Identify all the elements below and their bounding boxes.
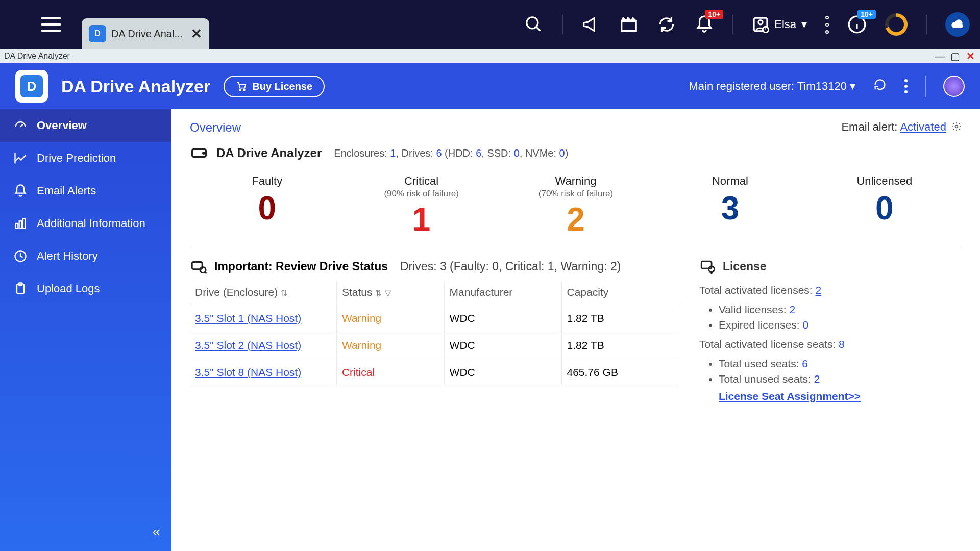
megaphone-icon[interactable]	[581, 15, 601, 34]
stat-card-normal[interactable]: Normal 3	[653, 174, 807, 236]
filter-icon[interactable]: ▽	[385, 289, 391, 297]
chart-line-icon	[13, 151, 28, 165]
stat-card-critical[interactable]: Critical (90% risk of failure) 1	[344, 174, 498, 236]
breadcrumb: Overview	[190, 120, 241, 135]
bar-chart-icon	[13, 216, 28, 231]
enclosure-summary: Enclosures: 1, Drives: 6 (HDD: 6, SSD: 0…	[334, 147, 568, 159]
col-manufacturer[interactable]: Manufacturer	[444, 280, 561, 305]
system-bar: D DA Drive Anal... ✕ 10+ Elsa▾ 10+	[0, 0, 980, 49]
menu-icon[interactable]	[41, 17, 61, 32]
stat-card-faulty[interactable]: Faulty 0	[190, 174, 344, 236]
stat-label: Critical	[344, 174, 498, 188]
svg-point-0	[527, 17, 538, 29]
stat-label: Unlicensed	[807, 174, 962, 188]
refresh-icon[interactable]	[873, 78, 887, 95]
avatar[interactable]	[943, 76, 965, 97]
close-button[interactable]: ✕	[965, 50, 976, 62]
buy-license-button[interactable]: Buy License	[224, 76, 325, 97]
svg-rect-12	[19, 221, 22, 228]
app-tab-title: DA Drive Anal...	[111, 28, 183, 40]
license-block: Total activated licenses: 2 Valid licens…	[699, 284, 962, 403]
cloud-icon[interactable]	[945, 12, 970, 37]
license-title: License	[723, 260, 767, 273]
search-icon[interactable]	[524, 15, 544, 34]
drive-link[interactable]: 3.5" Slot 2 (NAS Host)	[195, 339, 301, 351]
user-menu[interactable]: Elsa▾	[752, 16, 807, 33]
col-drive[interactable]: Drive (Enclosure)⇅	[190, 280, 336, 305]
stat-value: 2	[499, 203, 653, 236]
divider	[732, 15, 733, 34]
app-tab[interactable]: D DA Drive Anal... ✕	[82, 18, 209, 49]
sidebar-item-label: Overview	[37, 118, 87, 133]
analyzer-section-title: DA Drive Analyzer Enclosures: 1, Drives:…	[190, 144, 962, 162]
sidebar-item-label: Drive Prediction	[37, 151, 116, 165]
svg-line-10	[20, 124, 23, 127]
svg-point-9	[243, 89, 245, 91]
chevron-down-icon: ▾	[850, 80, 855, 92]
col-capacity[interactable]: Capacity	[561, 280, 679, 305]
license-seat-assignment-link[interactable]: License Seat Assignment>>	[719, 390, 861, 403]
sidebar-item-overview[interactable]: Overview	[0, 109, 172, 142]
dashboard-gauge-icon[interactable]	[885, 13, 908, 36]
stat-card-unlicensed[interactable]: Unlicensed 0	[807, 174, 962, 236]
main-content: Overview Email alert: Activated DA Drive…	[172, 109, 980, 551]
close-tab-icon[interactable]: ✕	[191, 26, 202, 42]
stat-sublabel: (90% risk of failure)	[344, 189, 498, 199]
gear-icon[interactable]	[951, 121, 962, 135]
stat-card-warning[interactable]: Warning (70% risk of failure) 2	[499, 174, 653, 236]
status-summary-cards: Faulty 0 Critical (90% risk of failure) …	[190, 174, 962, 248]
drive-manufacturer: WDC	[444, 305, 561, 332]
stat-value: 0	[190, 192, 344, 224]
divider	[925, 76, 926, 97]
collapse-sidebar-icon[interactable]: «	[152, 523, 160, 540]
clock-icon	[13, 249, 28, 263]
drive-link[interactable]: 3.5" Slot 1 (NAS Host)	[195, 312, 301, 324]
stat-value: 0	[807, 192, 962, 224]
email-alert-link[interactable]: Activated	[900, 120, 946, 133]
svg-point-17	[955, 125, 958, 128]
drive-capacity: 1.82 TB	[561, 332, 679, 359]
list-item: Valid licenses: 2	[719, 304, 962, 316]
app-logo-icon: D	[15, 70, 48, 103]
maximize-button[interactable]: ▢	[949, 50, 961, 62]
table-row: 3.5" Slot 2 (NAS Host)WarningWDC1.82 TB	[190, 332, 679, 359]
sidebar-item-email-alerts[interactable]: Email Alerts	[0, 174, 172, 207]
drives-table: Drive (Enclosure)⇅ Status⇅▽ Manufacturer…	[190, 280, 679, 386]
table-row: 3.5" Slot 1 (NAS Host)WarningWDC1.82 TB	[190, 305, 679, 332]
chevron-down-icon: ▾	[801, 18, 807, 31]
drive-link[interactable]: 3.5" Slot 8 (NAS Host)	[195, 366, 301, 378]
minimize-button[interactable]: —	[934, 51, 945, 62]
divider	[926, 15, 927, 34]
svg-point-8	[239, 89, 241, 91]
sync-icon[interactable]	[657, 15, 676, 34]
svg-line-1	[536, 27, 541, 31]
drive-status: Warning	[336, 332, 444, 359]
sort-icon[interactable]: ⇅	[281, 289, 287, 297]
drive-inspect-icon	[190, 258, 207, 275]
info-icon[interactable]: 10+	[847, 15, 867, 34]
review-header: Important: Review Drive Status Drives: 3…	[190, 258, 679, 275]
sidebar-item-additional-info[interactable]: Additional Information	[0, 207, 172, 240]
sort-icon[interactable]: ⇅	[375, 289, 382, 297]
buy-license-label: Buy License	[252, 81, 312, 92]
bell-icon[interactable]: 10+	[695, 15, 714, 34]
app-tab-logo-icon: D	[89, 25, 106, 42]
total-activated-link[interactable]: 2	[816, 284, 822, 296]
header-more-icon[interactable]	[904, 79, 908, 93]
drive-status: Critical	[336, 359, 444, 386]
sidebar-item-drive-prediction[interactable]: Drive Prediction	[0, 142, 172, 174]
gauge-icon	[13, 118, 28, 133]
clapper-icon[interactable]	[619, 15, 639, 34]
list-item: Expired licenses: 0	[719, 319, 962, 331]
more-icon[interactable]	[825, 16, 829, 34]
registered-user-dropdown[interactable]: Main registered user: Tim13120 ▾	[689, 80, 855, 93]
svg-point-3	[758, 20, 763, 25]
window-titlebar: DA Drive Analyzer — ▢ ✕	[0, 49, 980, 63]
stat-value: 3	[653, 192, 807, 224]
col-status[interactable]: Status⇅▽	[336, 280, 444, 305]
sidebar-item-upload-logs[interactable]: Upload Logs	[0, 272, 172, 305]
clipboard-icon	[13, 282, 28, 296]
app-title: DA Drive Analyzer	[61, 77, 210, 96]
sidebar-item-alert-history[interactable]: Alert History	[0, 240, 172, 272]
email-alert-status: Email alert: Activated	[841, 120, 962, 134]
